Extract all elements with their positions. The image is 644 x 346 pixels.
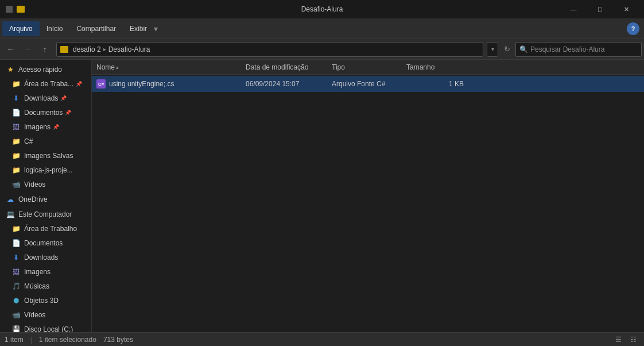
sidebar-label-documentos-pc: Documentos: [24, 239, 63, 247]
col-header-name[interactable]: Nome ▴: [96, 63, 246, 71]
status-bar: 1 item | 1 item selecionado 713 bytes ☰ …: [0, 332, 644, 346]
toolbar: ← → ↑ desafio 2 ▸ Desafio-Alura ▾ ↻ 🔍 Pe…: [0, 39, 644, 60]
col-header-date[interactable]: Data de modificação: [246, 63, 332, 71]
img-icon-2: 🖼: [11, 267, 21, 276]
sidebar-item-videos-pc[interactable]: 📹 Vídeos: [1, 308, 90, 322]
sidebar-item-imagens-salvas[interactable]: 📁 Imagens Salvas: [1, 149, 90, 163]
sidebar-item-documentos-quick[interactable]: 📄 Documentos 📌: [1, 106, 90, 120]
drive-icon: 💾: [11, 325, 21, 332]
tab-inicio[interactable]: Início: [40, 21, 70, 36]
ribbon-collapse-arrow[interactable]: ▾: [154, 24, 158, 33]
path-separator: ▸: [103, 46, 106, 52]
tab-exibir[interactable]: Exibir: [123, 21, 154, 36]
pc-icon: 💻: [6, 210, 15, 219]
sidebar-label-downloads: Downloads: [24, 94, 58, 102]
path-segment-2: Desafio-Alura: [108, 45, 150, 53]
sidebar-label-area-traba: Área de Traba...: [24, 80, 73, 88]
sidebar-label-documentos: Documentos: [24, 109, 63, 117]
sidebar-item-onedrive[interactable]: ☁ OneDrive: [1, 193, 90, 206]
sidebar-label-musicas: Músicas: [24, 282, 49, 290]
docs-icon: 📄: [11, 108, 21, 117]
back-button[interactable]: ←: [2, 41, 18, 57]
tab-compartilhar[interactable]: Compartilhar: [69, 21, 123, 36]
file-area: Nome ▴ Data de modificação Tipo Tamanho …: [92, 60, 644, 332]
sidebar-item-area-traba[interactable]: 📁 Área de Traba... 📌: [1, 77, 90, 91]
sidebar-item-area-trabalho-pc[interactable]: 📁 Área de Trabalho: [1, 222, 90, 236]
sidebar-item-este-computador[interactable]: 💻 Este Computador: [1, 207, 90, 221]
sidebar-label-onedrive: OneDrive: [18, 195, 48, 203]
sidebar-item-downloads-pc[interactable]: ⬇ Downloads: [1, 251, 90, 264]
sidebar-label-area-trabalho-pc: Área de Trabalho: [24, 225, 77, 233]
file-cell-date: 06/09/2024 15:07: [246, 80, 332, 88]
sidebar-label-videos: Vídeos: [24, 180, 45, 189]
sidebar-section-onedrive: ☁ OneDrive: [0, 193, 91, 206]
3d-icon: ⬢: [11, 296, 21, 305]
sidebar-label-videos-pc: Vídeos: [24, 311, 45, 319]
status-view-controls: ☰ ☷: [612, 334, 639, 345]
sidebar-item-imagens-pc[interactable]: 🖼 Imagens: [1, 265, 90, 279]
path-folder-icon: [60, 46, 68, 53]
address-bar[interactable]: desafio 2 ▸ Desafio-Alura: [56, 42, 483, 57]
folder-blue-icon-2: 📁: [11, 224, 21, 233]
table-row[interactable]: C# using unityEngine;.cs 06/09/2024 15:0…: [92, 76, 644, 92]
restore-button[interactable]: ⎕: [587, 0, 613, 18]
sidebar-label-logica: logica-js-proje...: [24, 166, 73, 174]
pin-icon: 📌: [76, 81, 82, 87]
file-name: using unityEngine;.cs: [109, 80, 174, 88]
app-icon-square: [5, 5, 14, 14]
sidebar-label-imagens: Imagens: [24, 123, 51, 131]
sidebar-item-videos-quick[interactable]: 📹 Vídeos: [1, 178, 90, 191]
sidebar-label-downloads-pc: Downloads: [24, 253, 58, 262]
forward-button[interactable]: →: [20, 41, 36, 57]
docs-icon-2: 📄: [11, 239, 21, 248]
video-icon-2: 📹: [11, 310, 21, 320]
status-selected-info: 1 item selecionado: [39, 336, 96, 344]
sidebar-item-musicas[interactable]: 🎵 Músicas: [1, 279, 90, 293]
sidebar-item-logica[interactable]: 📁 logica-js-proje...: [1, 163, 90, 177]
sidebar-item-disco-local[interactable]: 💾 Disco Local (C:): [1, 322, 90, 332]
download-icon: ⬇: [11, 94, 21, 103]
sidebar-label-imagens-salvas: Imagens Salvas: [24, 152, 73, 160]
pin-icon-4: 📌: [53, 124, 59, 130]
view-grid-button[interactable]: ☷: [627, 334, 639, 345]
search-box[interactable]: 🔍 Pesquisar Desafio-Alura: [515, 42, 642, 57]
folder-icon-2: 📁: [11, 151, 21, 160]
window-title: Desafio-Alura: [301, 5, 343, 13]
img-icon: 🖼: [11, 122, 21, 132]
pin-icon-2: 📌: [60, 95, 67, 101]
folder-blue-icon: 📁: [11, 79, 21, 89]
sidebar-item-objetos3d[interactable]: ⬢ Objetos 3D: [1, 294, 90, 307]
music-icon: 🎵: [11, 282, 21, 291]
close-button[interactable]: ✕: [613, 0, 639, 18]
window-controls: — ⎕ ✕: [560, 0, 639, 18]
up-button[interactable]: ↑: [37, 41, 53, 57]
sidebar-item-csharp[interactable]: 📁 C#: [1, 134, 90, 148]
sidebar-section-this-pc: 💻 Este Computador 📁 Área de Trabalho 📄 D…: [0, 207, 91, 332]
video-icon: 📹: [11, 180, 21, 189]
sidebar-item-documentos-pc[interactable]: 📄 Documentos: [1, 236, 90, 250]
status-item-count: 1 item: [5, 336, 24, 344]
sidebar-item-downloads-quick[interactable]: ⬇ Downloads 📌: [1, 91, 90, 105]
help-button[interactable]: ?: [627, 22, 639, 35]
refresh-button[interactable]: ↻: [499, 42, 514, 57]
folder-icon-3: 📁: [11, 166, 21, 175]
sidebar-label-disco-local: Disco Local (C:): [24, 325, 73, 332]
col-header-type[interactable]: Tipo: [332, 63, 406, 71]
view-list-button[interactable]: ☰: [612, 334, 624, 345]
sidebar-item-imagens-quick[interactable]: 🖼 Imagens 📌: [1, 120, 90, 134]
column-headers: Nome ▴ Data de modificação Tipo Tamanho: [92, 60, 644, 75]
tab-arquivo[interactable]: Arquivo: [2, 21, 40, 36]
col-header-size[interactable]: Tamanho: [406, 63, 464, 71]
folder-icon: 📁: [11, 137, 21, 146]
ribbon: Arquivo Início Compartilhar Exibir ▾ ?: [0, 18, 644, 39]
sidebar-label-imagens-pc: Imagens: [24, 268, 51, 276]
app-icon-folder: [16, 5, 25, 14]
file-cell-size: 1 KB: [406, 80, 464, 88]
sidebar-label-este-computador: Este Computador: [18, 210, 72, 218]
address-dropdown-button[interactable]: ▾: [487, 42, 498, 57]
status-size: 713 bytes: [103, 336, 133, 344]
minimize-button[interactable]: —: [560, 0, 587, 18]
sidebar-item-quick-access[interactable]: ★ Acesso rápido: [1, 63, 90, 76]
cloud-icon: ☁: [6, 195, 15, 204]
file-cell-type: Arquivo Fonte C#: [332, 80, 406, 88]
